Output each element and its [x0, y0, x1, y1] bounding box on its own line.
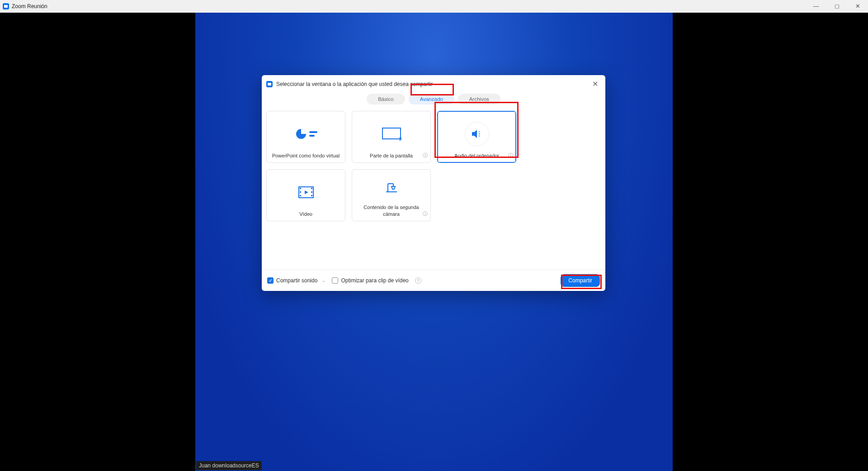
- maximize-button[interactable]: ◻: [826, 0, 847, 13]
- option-computer-audio[interactable]: Audio del ordenador ⌄ ⓘ: [437, 111, 516, 163]
- share-options-grid: PowerPoint como fondo virtual Parte de l…: [262, 111, 605, 270]
- dialog-close-button[interactable]: ✕: [590, 79, 601, 89]
- checkbox-checked-icon: ✓: [267, 277, 274, 284]
- svg-rect-2: [309, 135, 315, 137]
- help-icon[interactable]: ?: [415, 277, 421, 284]
- svg-rect-11: [300, 191, 301, 193]
- svg-rect-10: [300, 188, 301, 189]
- help-icon[interactable]: ⓘ: [423, 210, 428, 217]
- checkbox-label: Optimizar para clip de vídeo: [341, 277, 408, 284]
- zoom-icon: [266, 81, 273, 87]
- close-button[interactable]: ✕: [847, 0, 868, 13]
- svg-rect-13: [311, 188, 312, 189]
- option-label: Audio del ordenador: [454, 152, 499, 159]
- film-icon: [294, 180, 318, 205]
- presentation-icon: [294, 122, 318, 146]
- svg-rect-3: [382, 128, 401, 139]
- option-label: Contenido de la segunda cámara: [355, 204, 428, 217]
- checkbox-unchecked-icon: [332, 277, 338, 284]
- option-label: PowerPoint como fondo virtual: [272, 152, 340, 159]
- svg-rect-15: [311, 195, 312, 196]
- tab-advanced[interactable]: Avanzado: [409, 94, 454, 105]
- minimize-button[interactable]: —: [806, 0, 826, 13]
- window-title: Zoom Reunión: [12, 3, 47, 10]
- help-icon[interactable]: ⓘ: [508, 152, 513, 159]
- dialog-header: Seleccionar la ventana o la aplicación q…: [262, 75, 605, 93]
- tab-basic[interactable]: Básico: [367, 94, 405, 105]
- chevron-down-icon[interactable]: ⌄: [322, 278, 326, 283]
- share-sound-checkbox[interactable]: ✓ Compartir sonido ⌄: [267, 277, 326, 284]
- speaker-icon: [465, 122, 489, 146]
- svg-line-6: [479, 132, 480, 132]
- svg-rect-14: [311, 191, 312, 193]
- option-label: Parte de la pantalla: [370, 152, 413, 159]
- option-powerpoint-virtual-bg[interactable]: PowerPoint como fondo virtual: [266, 111, 345, 163]
- share-screen-dialog: Seleccionar la ventana o la aplicación q…: [262, 75, 605, 291]
- svg-rect-1: [309, 131, 317, 133]
- svg-line-8: [479, 136, 480, 136]
- meeting-stage: Juan downloadsourceES Seleccionar la ven…: [0, 13, 868, 471]
- checkbox-label: Compartir sonido: [276, 277, 317, 284]
- option-second-camera[interactable]: Contenido de la segunda cámara ⓘ: [352, 169, 431, 221]
- option-label: Vídeo: [299, 211, 312, 217]
- option-portion-of-screen[interactable]: Parte de la pantalla ⓘ: [352, 111, 431, 163]
- screen-portion-icon: [379, 122, 404, 146]
- help-icon[interactable]: ⓘ: [423, 152, 428, 159]
- window-controls: — ◻ ✕: [806, 0, 868, 13]
- tab-files[interactable]: Archivos: [458, 94, 500, 105]
- share-button[interactable]: Compartir: [561, 274, 600, 287]
- window-titlebar: Zoom Reunión — ◻ ✕: [0, 0, 868, 13]
- option-video[interactable]: Vídeo: [266, 169, 345, 221]
- chevron-down-icon[interactable]: ⌄: [502, 154, 506, 158]
- participant-name-badge: Juan downloadsourceES: [196, 461, 262, 470]
- zoom-icon: [3, 3, 9, 10]
- share-tabs: Básico Avanzado Archivos: [262, 93, 605, 111]
- dialog-footer: ✓ Compartir sonido ⌄ Optimizar para clip…: [262, 270, 605, 291]
- dialog-title: Seleccionar la ventana o la aplicación q…: [276, 81, 433, 87]
- video-area: Juan downloadsourceES Seleccionar la ven…: [195, 13, 673, 471]
- svg-rect-12: [300, 195, 301, 196]
- optimize-video-checkbox[interactable]: Optimizar para clip de vídeo: [332, 277, 408, 284]
- desk-lamp-icon: [379, 174, 404, 198]
